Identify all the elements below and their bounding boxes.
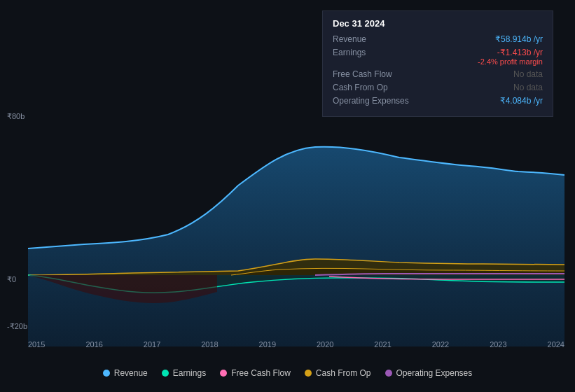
legend-fcf[interactable]: Free Cash Flow: [220, 368, 291, 378]
x-label-2017: 2017: [144, 340, 160, 349]
tooltip-row-opex: Operating Expenses ₹4.084b /yr: [333, 96, 543, 106]
chart-container: Dec 31 2024 Revenue ₹58.914b /yr Earning…: [0, 0, 575, 392]
legend-dot-cashop: [305, 370, 312, 377]
tooltip-profit-margin: -2.4% profit margin: [478, 57, 543, 66]
y-axis-minus20b: -₹20b: [7, 322, 27, 331]
tooltip-value-fcf: No data: [513, 69, 543, 79]
legend-label-earnings: Earnings: [173, 368, 206, 378]
y-axis-0: ₹0: [7, 275, 16, 284]
tooltip-row-earnings: Earnings -₹1.413b /yr -2.4% profit margi…: [333, 48, 543, 66]
x-label-2016: 2016: [85, 340, 102, 349]
chart-svg: [28, 108, 564, 346]
legend-opex[interactable]: Operating Expenses: [385, 368, 473, 378]
x-label-2024: 2024: [548, 340, 564, 349]
x-label-2021: 2021: [374, 340, 391, 349]
tooltip-value-cashop: No data: [513, 83, 543, 92]
legend-cashop[interactable]: Cash From Op: [305, 368, 371, 378]
legend-dot-fcf: [220, 370, 227, 377]
legend-earnings[interactable]: Earnings: [162, 368, 206, 378]
y-axis-80b: ₹80b: [7, 112, 25, 121]
x-label-2020: 2020: [317, 340, 333, 349]
legend-dot-revenue: [103, 370, 110, 377]
tooltip-label-fcf: Free Cash Flow: [333, 69, 417, 79]
legend-label-revenue: Revenue: [114, 368, 148, 378]
legend-revenue[interactable]: Revenue: [103, 368, 148, 378]
legend-label-cashop: Cash From Op: [316, 368, 371, 378]
tooltip-value-revenue: ₹58.914b /yr: [495, 34, 543, 44]
tooltip-date: Dec 31 2024: [333, 18, 543, 29]
legend-label-opex: Operating Expenses: [396, 368, 473, 378]
tooltip-row-revenue: Revenue ₹58.914b /yr: [333, 34, 543, 44]
tooltip-label-revenue: Revenue: [333, 34, 417, 44]
legend-label-fcf: Free Cash Flow: [231, 368, 291, 378]
tooltip-value-opex: ₹4.084b /yr: [500, 96, 543, 106]
x-label-2019: 2019: [259, 340, 276, 349]
tooltip-label-earnings: Earnings: [333, 48, 417, 57]
legend-dot-earnings: [162, 370, 169, 377]
legend-dot-opex: [385, 370, 392, 377]
x-label-2023: 2023: [490, 340, 506, 349]
x-label-2015: 2015: [28, 340, 45, 349]
tooltip-panel: Dec 31 2024 Revenue ₹58.914b /yr Earning…: [322, 10, 553, 117]
x-label-2018: 2018: [201, 340, 218, 349]
tooltip-row-cashop: Cash From Op No data: [333, 83, 543, 92]
tooltip-label-opex: Operating Expenses: [333, 96, 417, 106]
chart-legend: Revenue Earnings Free Cash Flow Cash Fro…: [0, 368, 575, 378]
tooltip-label-cashop: Cash From Op: [333, 83, 417, 92]
tooltip-value-earnings: -₹1.413b /yr: [478, 48, 543, 57]
x-label-2022: 2022: [432, 340, 449, 349]
tooltip-row-fcf: Free Cash Flow No data: [333, 69, 543, 79]
